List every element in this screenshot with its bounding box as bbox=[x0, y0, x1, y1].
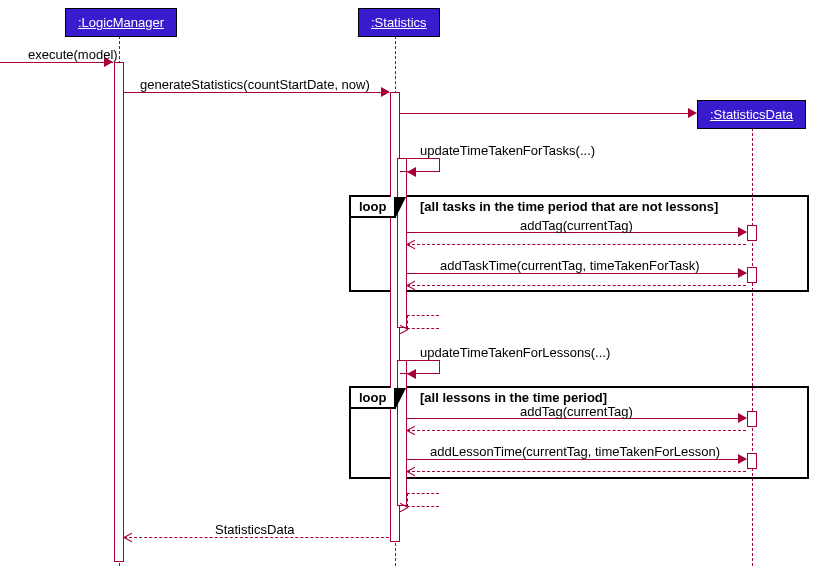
arrow-addtag-2 bbox=[738, 413, 747, 423]
activation-statdata-4 bbox=[747, 453, 757, 469]
arrow-addtag-1 bbox=[738, 227, 747, 237]
loop-tasks-tag: loop bbox=[351, 197, 396, 218]
msg-returndata: StatisticsData bbox=[215, 522, 294, 537]
participant-statisticsdata: :StatisticsData bbox=[697, 100, 806, 129]
return-addtag-1 bbox=[407, 244, 746, 245]
msg-generate: generateStatistics(countStartDate, now) bbox=[140, 77, 370, 92]
msg-addtag-1: addTag(currentTag) bbox=[520, 218, 633, 233]
msg-addtasktime: addTaskTime(currentTag, timeTakenForTask… bbox=[440, 258, 700, 273]
activation-statistics-lessons bbox=[397, 360, 407, 506]
return-addtag-2 bbox=[407, 430, 746, 431]
activation-statistics-tasks bbox=[397, 158, 407, 328]
line-addtasktime bbox=[407, 273, 746, 274]
activation-statdata-1 bbox=[747, 225, 757, 241]
loop-tasks-guard: [all tasks in the time period that are n… bbox=[420, 199, 718, 214]
loop-lessons-guard: [all lessons in the time period] bbox=[420, 390, 607, 405]
participant-logicmanager-label: :LogicManager bbox=[78, 15, 164, 30]
msg-execute: execute(model) bbox=[28, 47, 118, 62]
participant-statistics-label: :Statistics bbox=[371, 15, 427, 30]
activation-statdata-2 bbox=[747, 267, 757, 283]
msg-updatelessons: updateTimeTakenForLessons(...) bbox=[420, 345, 610, 360]
msg-addtag-2: addTag(currentTag) bbox=[520, 404, 633, 419]
arrow-addlessontime bbox=[738, 454, 747, 464]
activation-logicmanager bbox=[114, 62, 124, 562]
return-addlessontime bbox=[407, 471, 746, 472]
arrow-addtasktime bbox=[738, 268, 747, 278]
msg-addlessontime: addLessonTime(currentTag, timeTakenForLe… bbox=[430, 444, 720, 459]
arrow-updatelessons bbox=[407, 369, 416, 379]
arrow-create-statdata bbox=[688, 108, 697, 118]
selfreturn-lessons bbox=[407, 493, 439, 507]
activation-statdata-3 bbox=[747, 411, 757, 427]
arrow-updatetasks bbox=[407, 167, 416, 177]
selfreturn-tasks bbox=[407, 315, 439, 329]
line-generate bbox=[124, 92, 389, 93]
line-execute bbox=[0, 62, 113, 63]
msg-updatetasks: updateTimeTakenForTasks(...) bbox=[420, 143, 595, 158]
line-addlessontime bbox=[407, 459, 746, 460]
participant-logicmanager: :LogicManager bbox=[65, 8, 177, 37]
loop-lessons-tag: loop bbox=[351, 388, 396, 409]
participant-statistics: :Statistics bbox=[358, 8, 440, 37]
participant-statisticsdata-label: :StatisticsData bbox=[710, 107, 793, 122]
selfcall-updatetasks bbox=[400, 158, 440, 172]
line-create-statdata bbox=[400, 113, 695, 114]
selfcall-updatelessons bbox=[400, 360, 440, 374]
arrow-generate bbox=[381, 87, 390, 97]
lifeline-statisticsdata bbox=[752, 128, 753, 566]
return-addtasktime bbox=[407, 285, 746, 286]
line-returndata bbox=[124, 537, 389, 538]
